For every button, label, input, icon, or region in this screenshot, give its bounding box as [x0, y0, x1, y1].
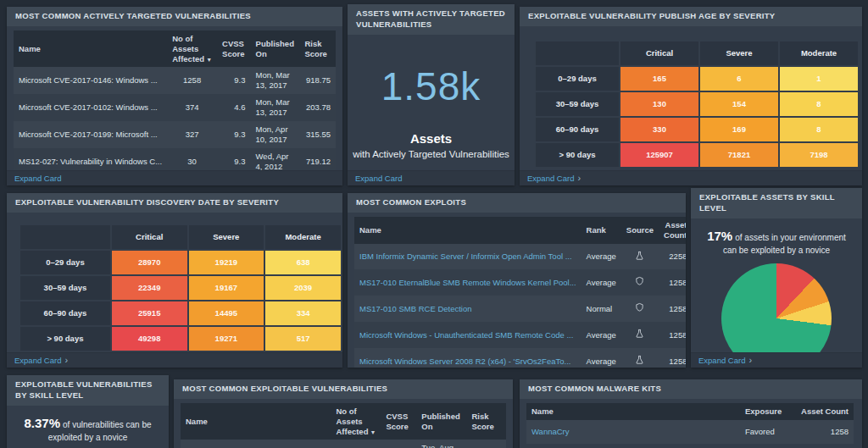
heatmap-row-label: 0–29 days	[535, 66, 620, 91]
heatmap-cell: 330	[620, 117, 699, 142]
cell-name: MS17-010 EternalBlue SMB Remote Windows …	[354, 269, 581, 296]
targeted-vulnerabilities-table-container: NameNo of Assets Affected▼CVSS ScorePubl…	[7, 26, 342, 170]
vulnerability-link[interactable]: MS17-010 SMB RCE Detection	[359, 304, 576, 314]
sort-desc-icon: ▼	[370, 429, 376, 435]
cell-risk: 315.55	[299, 121, 336, 148]
card-assets-with-targeted-vulnerabilities: ASSETS WITH ACTIVELY TARGETED VULNERABIL…	[348, 4, 515, 185]
chevron-right-icon: ›	[577, 174, 581, 183]
column-header-name[interactable]: Name	[354, 217, 581, 244]
cell-assets: 374	[167, 94, 217, 121]
expand-card-link[interactable]: Expand Card ›	[7, 352, 342, 368]
column-header-risk[interactable]: Risk Score	[466, 403, 506, 440]
card-discovery-date-by-severity: EXPLOITABLE VULNERABILITY DISCOVERY DATE…	[7, 193, 342, 368]
heatmap-cell: 2039	[264, 275, 342, 301]
heatmap-cell: 638	[264, 250, 342, 275]
heatmap-cell: 19219	[188, 250, 265, 275]
column-header-name[interactable]: Name	[526, 403, 740, 420]
table-row: Microsoft CVE-2017-0146: Windows ...1258…	[14, 67, 336, 94]
column-header-name[interactable]: Name	[14, 30, 167, 68]
heatmap-cell: 19167	[188, 275, 265, 301]
vulnerability-link[interactable]: IBM Informix Dynamic Server / Informix O…	[359, 252, 576, 262]
table-row: MS12-027: Vulnerability in Windows C...3…	[14, 148, 336, 170]
heatmap-cell: 517	[264, 326, 342, 351]
column-header-count[interactable]: Asset Count	[659, 217, 686, 244]
vulnerability-link[interactable]: MS17-010 EternalBlue SMB Remote Windows …	[359, 278, 576, 288]
heatmap-cell: 165	[620, 66, 699, 91]
expand-card-link[interactable]: Expand Card	[7, 170, 342, 185]
column-header-risk[interactable]: Risk Score	[299, 30, 336, 68]
shield-icon	[635, 276, 644, 289]
assets-skill-text: of assets in your environment can be exp…	[723, 233, 846, 255]
cell-name: Microsoft Windows Server 2008 R2 (x64) -…	[354, 348, 581, 368]
cell-source	[621, 322, 659, 348]
expand-card-link[interactable]: Expand Card	[348, 170, 515, 185]
column-header-source[interactable]: Source	[621, 217, 659, 244]
cell-count: 1258	[659, 296, 686, 322]
cell-name: Microsoft Windows - Unauthenticated SMB …	[354, 322, 581, 348]
cell-cvss: 9.3	[217, 148, 250, 170]
heatmap-cell: 1	[779, 66, 859, 91]
heatmap-header-row: CriticalSevereModerate	[19, 224, 342, 250]
table-row: Microsoft CVE-2017-0102: Windows ...3744…	[14, 94, 336, 121]
flask-icon	[635, 329, 644, 341]
column-header-label: Published On	[421, 412, 459, 431]
assets-skill-percentage: 17%	[707, 229, 732, 243]
cell-cvss: 5	[381, 440, 416, 448]
card-title: EXPLOITABLE VULNERABILITIES BY SKILL LEV…	[7, 375, 169, 406]
column-header-assets[interactable]: No of Assets Affected▼	[167, 30, 217, 68]
cell-count: 1258	[659, 348, 686, 368]
expand-card-label: Expand Card	[14, 356, 61, 365]
cell-assets: 30	[167, 148, 217, 170]
flask-icon	[635, 355, 644, 368]
card-title: MOST COMMON MALWARE KITS	[520, 379, 862, 399]
metric-sublabel: with Actively Targeted Vulnerabilities	[348, 149, 515, 159]
column-header-cvss[interactable]: CVSS Score	[217, 30, 250, 68]
flask-icon	[635, 251, 644, 263]
cell-count: 1258	[796, 420, 854, 444]
card-most-common-exploitable-vulnerabilities: MOST COMMON EXPLOITABLE VULNERABILITIES …	[174, 379, 513, 448]
heatmap-column-severe: Severe	[699, 41, 779, 66]
heatmap-cell: 154	[699, 91, 779, 117]
column-header-assets[interactable]: No of Assets Affected▼	[331, 403, 381, 440]
expand-card-label: Expand Card	[698, 356, 745, 365]
card-actively-targeted-vulnerabilities: MOST COMMON ACTIVELY TARGETED VULNERABIL…	[7, 7, 342, 185]
cell-published: Mon, Mar 13, 2017	[251, 67, 300, 94]
vulnerability-link[interactable]: WannaCry	[531, 427, 735, 437]
table-row: MS17-010 EternalBlue SMB Remote Windows …	[354, 269, 686, 296]
cell-count: 1258	[659, 322, 686, 348]
expand-card-link[interactable]: Expand Card ›	[691, 352, 862, 368]
vulnerability-link[interactable]: Microsoft Windows - Unauthenticated SMB …	[359, 330, 576, 340]
column-header-exposure[interactable]: Exposure	[740, 403, 796, 420]
column-header-cvss[interactable]: CVSS Score	[381, 403, 416, 440]
exploits-table: NameRankSourceAsset CountIBM Informix Dy…	[354, 217, 686, 368]
cell-name: IBM Informix Dynamic Server / Informix O…	[354, 244, 581, 270]
heatmap-row-label: 30–59 days	[535, 91, 620, 117]
assets-skill-body: 17%of assets in your environment can be …	[691, 218, 862, 352]
vulnerability-link[interactable]: Microsoft Windows Server 2008 R2 (x64) -…	[359, 357, 576, 367]
card-title: EXPLOITABLE VULNERABILITY DISCOVERY DATE…	[7, 193, 342, 213]
column-header-label: Name	[359, 225, 381, 235]
column-header-name[interactable]: Name	[181, 403, 331, 440]
cell-published: Wed, Apr 4, 2012	[251, 148, 300, 170]
column-header-published[interactable]: Published On	[251, 30, 300, 68]
column-header-rank[interactable]: Rank	[581, 217, 621, 244]
cell-assets: 327	[167, 121, 217, 148]
security-dashboard: MOST COMMON ACTIVELY TARGETED VULNERABIL…	[0, 0, 868, 448]
column-header-label: Risk Score	[304, 39, 326, 58]
expand-card-link[interactable]: Expand Card ›	[520, 170, 862, 185]
chevron-right-icon: ›	[748, 356, 752, 365]
cell-count: 1258	[659, 269, 686, 296]
publish-age-heatmap: CriticalSevereModerate0–29 days1656130–5…	[534, 40, 862, 169]
card-exploitable-vulns-by-skill: EXPLOITABLE VULNERABILITIES BY SKILL LEV…	[7, 375, 169, 448]
targeted-vulnerabilities-table: NameNo of Assets Affected▼CVSS ScorePubl…	[14, 30, 336, 170]
column-header-count[interactable]: Asset Count	[796, 403, 854, 420]
column-header-label: Risk Score	[471, 412, 493, 431]
table-row: Microsoft CVE-2017-0199: Microsoft ...32…	[14, 121, 336, 148]
column-header-label: Published On	[256, 39, 294, 58]
heatmap-row: > 90 days4929819271517	[19, 326, 342, 351]
table-row: MS17-010 SMB RCE DetectionNormal1258	[354, 296, 686, 322]
heatmap-column-severe: Severe	[188, 224, 265, 250]
column-header-published[interactable]: Published On	[416, 403, 466, 440]
card-most-common-exploits: MOST COMMON EXPLOITS NameRankSourceAsset…	[348, 193, 686, 368]
heatmap-column-moderate: Moderate	[779, 41, 859, 66]
